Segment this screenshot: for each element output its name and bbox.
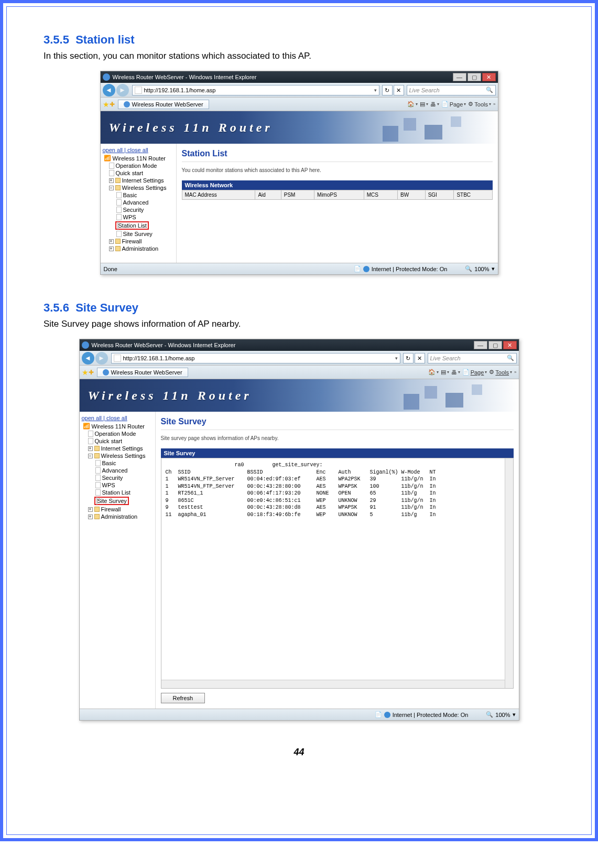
maximize-button[interactable]: ▢: [467, 73, 481, 81]
home-button[interactable]: 🏠▾: [428, 369, 439, 376]
open-all-link[interactable]: open all: [103, 147, 123, 153]
print-button[interactable]: 🖶▾: [430, 101, 439, 108]
chevron-icon[interactable]: »: [514, 370, 516, 374]
add-favorite-icon[interactable]: ✚: [89, 369, 94, 376]
nav-wps[interactable]: WPS: [102, 482, 115, 488]
zoom-icon[interactable]: 🔍: [465, 265, 472, 272]
expand-icon[interactable]: +: [109, 247, 114, 251]
forward-button[interactable]: ►: [95, 352, 108, 365]
expand-icon[interactable]: +: [88, 446, 93, 451]
column-header: MimoPS: [314, 190, 364, 200]
nav-security[interactable]: Security: [123, 207, 144, 213]
stop-button[interactable]: ✕: [394, 85, 404, 95]
window-title: Wireless Router WebServer - Windows Inte…: [92, 342, 473, 348]
nav-firewall[interactable]: Firewall: [101, 506, 121, 512]
station-table: MAC AddressAidPSMMimoPSMCSBWSGISTBC: [182, 190, 493, 200]
column-header: Aid: [255, 190, 281, 200]
search-icon[interactable]: 🔍: [507, 355, 514, 361]
close-button[interactable]: ✕: [482, 73, 496, 81]
expand-icon[interactable]: +: [109, 178, 114, 183]
forward-button[interactable]: ►: [116, 84, 129, 97]
zoom-value[interactable]: 100%: [495, 712, 510, 718]
page-icon: [116, 192, 122, 198]
nav-firewall[interactable]: Firewall: [122, 238, 142, 244]
nav-advanced[interactable]: Advanced: [123, 199, 149, 206]
close-all-link[interactable]: close all: [106, 415, 127, 421]
nav-basic[interactable]: Basic: [123, 192, 137, 198]
chevron-icon[interactable]: »: [493, 102, 495, 106]
status-text: Done: [104, 266, 117, 272]
nav-administration[interactable]: Administration: [101, 513, 138, 520]
nav-internet-settings[interactable]: Internet Settings: [122, 177, 164, 184]
feeds-button[interactable]: ▤▾: [420, 101, 428, 108]
add-favorite-icon[interactable]: ✚: [110, 101, 115, 108]
favorites-icon[interactable]: ★: [103, 100, 110, 109]
nav-operation-mode[interactable]: Operation Mode: [95, 431, 136, 437]
collapse-icon[interactable]: −: [109, 186, 114, 190]
minimize-button[interactable]: —: [474, 341, 487, 349]
nav-quick-start[interactable]: Quick start: [95, 438, 123, 444]
refresh-button[interactable]: Refresh: [161, 693, 205, 703]
folder-icon: [94, 453, 100, 458]
nav-wireless-settings[interactable]: Wireless Settings: [122, 185, 167, 191]
nav-station-list[interactable]: Station List: [118, 222, 147, 229]
section-text-356: Site Survey page shows information of AP…: [44, 319, 554, 329]
page-menu[interactable]: 📄Page▾: [441, 101, 466, 108]
nav-site-survey[interactable]: Site Survey: [97, 498, 127, 504]
globe-icon: [363, 266, 369, 272]
nav-security[interactable]: Security: [102, 475, 123, 481]
table-header-bar: Site Survey: [161, 448, 514, 458]
page-icon: [114, 355, 121, 362]
nav-site-survey[interactable]: Site Survey: [123, 231, 153, 237]
tab[interactable]: Wireless Router WebServer: [97, 368, 188, 377]
nav-administration[interactable]: Administration: [122, 245, 159, 252]
nav-wireless-settings[interactable]: Wireless Settings: [101, 453, 146, 459]
nav-basic[interactable]: Basic: [102, 460, 116, 466]
print-button[interactable]: 🖶▾: [451, 369, 460, 376]
nav-quick-start[interactable]: Quick start: [116, 170, 144, 176]
close-all-link[interactable]: close all: [127, 147, 148, 153]
close-button[interactable]: ✕: [503, 341, 517, 349]
refresh-button[interactable]: ↻: [403, 353, 414, 363]
minimize-button[interactable]: —: [453, 73, 466, 81]
page-menu[interactable]: 📄Page▾: [462, 369, 487, 376]
address-bar[interactable]: http://192.168.1.1/home.asp ▾: [132, 85, 379, 95]
zone-text: Internet | Protected Mode: On: [393, 712, 469, 718]
tree-root[interactable]: Wireless 11N Router: [92, 423, 145, 430]
zoom-value[interactable]: 100%: [474, 266, 489, 272]
back-button[interactable]: ◄: [82, 352, 94, 365]
home-button[interactable]: 🏠▾: [407, 101, 418, 108]
expand-icon[interactable]: +: [109, 239, 114, 244]
expand-icon[interactable]: +: [88, 515, 93, 519]
page-icon: 📄: [354, 265, 361, 272]
feeds-button[interactable]: ▤▾: [441, 369, 449, 376]
maximize-button[interactable]: ▢: [488, 341, 502, 349]
expand-icon[interactable]: +: [88, 507, 93, 512]
search-box[interactable]: Live Search 🔍: [428, 353, 517, 363]
open-all-link[interactable]: open all: [82, 415, 102, 421]
nav-advanced[interactable]: Advanced: [102, 467, 128, 474]
collapse-icon[interactable]: −: [88, 454, 93, 458]
chevron-down-icon[interactable]: ▾: [513, 711, 516, 718]
page-icon: [116, 199, 122, 206]
nav-operation-mode[interactable]: Operation Mode: [116, 163, 157, 169]
stop-button[interactable]: ✕: [415, 353, 425, 363]
refresh-button[interactable]: ↻: [382, 85, 393, 95]
back-button[interactable]: ◄: [103, 84, 115, 97]
search-icon[interactable]: 🔍: [486, 87, 493, 93]
scrollbar-horizontal[interactable]: [161, 680, 505, 688]
router-icon: 📶: [83, 423, 90, 430]
tools-menu[interactable]: ⚙Tools▾: [468, 101, 491, 108]
chevron-down-icon[interactable]: ▾: [492, 265, 495, 272]
scrollbar-vertical[interactable]: [505, 458, 513, 688]
tree-root[interactable]: Wireless 11N Router: [113, 155, 166, 162]
search-box[interactable]: Live Search 🔍: [407, 85, 496, 95]
nav-internet-settings[interactable]: Internet Settings: [101, 445, 143, 452]
nav-station-list[interactable]: Station List: [102, 489, 131, 496]
address-bar[interactable]: http://192.168.1.1/home.asp▾: [111, 353, 400, 363]
nav-wps[interactable]: WPS: [123, 214, 136, 220]
zoom-icon[interactable]: 🔍: [486, 711, 493, 718]
tab[interactable]: Wireless Router WebServer: [118, 100, 209, 109]
favorites-icon[interactable]: ★: [82, 368, 89, 377]
tools-menu[interactable]: ⚙Tools▾: [489, 369, 512, 376]
